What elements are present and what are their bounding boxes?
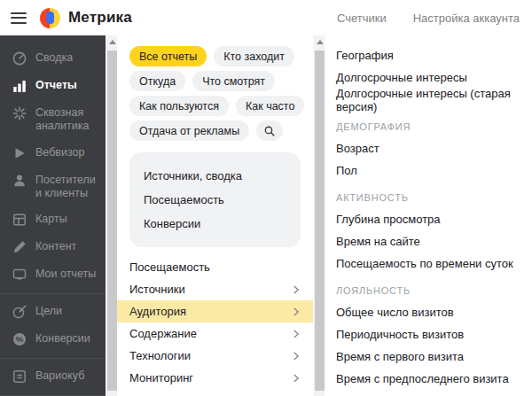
chevron-right-icon: [290, 283, 302, 296]
submenu-link-view-depth[interactable]: Глубина просмотра: [336, 208, 525, 230]
quick-link-traffic[interactable]: Посещаемость: [129, 188, 301, 212]
submenu-link-time-since-first-visit[interactable]: Время с первого визита: [336, 346, 525, 368]
sidebar-scrollbar[interactable]: [106, 35, 117, 396]
submenu-link-total-visits[interactable]: Общее число визитов: [336, 301, 525, 323]
menu-item-attendance[interactable]: Посещаемость: [117, 256, 313, 278]
sidebar: Сводка Отчеты Сквозная аналитика: [0, 35, 106, 396]
submenu-link-long-term-interests[interactable]: Долгосрочные интересы: [336, 66, 525, 89]
sidebar-item-label: Карты: [35, 213, 67, 226]
reports-nav-panel: Все отчеты Кто заходит Откуда Что смотря…: [117, 35, 313, 396]
submenu-link-age[interactable]: Возраст: [336, 137, 525, 159]
submenu-link-time-on-site[interactable]: Время на сайте: [336, 230, 525, 252]
sidebar-item-label: Отчеты: [35, 79, 77, 92]
sidebar-item-label: Сводка: [35, 51, 73, 65]
monitor-icon: [12, 267, 27, 283]
report-menu: Посещаемость Источники Аудитория Содержа…: [117, 256, 313, 396]
svg-text:%: %: [16, 334, 24, 344]
sidebar-item-summary[interactable]: Сводка: [0, 45, 106, 73]
submenu-section-loyalty: ЛОЯЛЬНОСТЬ: [336, 279, 525, 301]
sidebar-item-my-reports[interactable]: Мои отчеты: [0, 261, 106, 289]
layout-icon: [12, 212, 27, 228]
chip-who-visits[interactable]: Кто заходит: [214, 46, 294, 66]
chevron-right-icon: [290, 306, 302, 318]
header-nav: Счетчики Настройка аккаунта: [337, 12, 520, 25]
audience-submenu-panel: География Долгосрочные интересы Долгосро…: [325, 35, 532, 396]
submenu-section-activity: АКТИВНОСТЬ: [336, 186, 525, 208]
sidebar-item-label: Мои отчеты: [35, 268, 96, 281]
bar-chart-icon: [12, 78, 27, 94]
menu-item-audience[interactable]: Аудитория: [117, 300, 313, 322]
quick-links-box: Источники, сводка Посещаемость Конверсии: [129, 152, 301, 247]
person-icon: [12, 173, 27, 189]
sidebar-item-maps[interactable]: Карты: [0, 206, 106, 234]
pencil-icon: [12, 239, 27, 255]
sidebar-item-webvisor[interactable]: Вебвизор: [0, 140, 106, 167]
metrika-logo-icon[interactable]: [40, 8, 60, 28]
sidebar-item-label: Вебвизор: [35, 146, 84, 159]
analytics-burst-icon: [12, 105, 27, 121]
sidebar-item-visitors-clients[interactable]: Посетители и клиенты: [0, 167, 106, 207]
chip-how-often[interactable]: Как часто: [236, 96, 304, 116]
metrika-app: Метрика Счетчики Настройка аккаунта Свод…: [0, 0, 532, 396]
chip-row: Отдача от рекламы: [129, 120, 301, 141]
quick-link-conversions[interactable]: Конверсии: [129, 212, 301, 236]
sidebar-item-cross-analytics[interactable]: Сквозная аналитика: [0, 100, 106, 140]
sidebar-item-content[interactable]: Контент: [0, 234, 106, 261]
chevron-right-icon: [290, 350, 302, 362]
sidebar-item-label: Контент: [35, 240, 76, 253]
sidebar-item-variocube[interactable]: Вариокуб: [0, 363, 106, 391]
menu-item-label: Технологии: [129, 349, 191, 362]
sidebar-group-goals: Цели % Конверсии: [0, 293, 106, 358]
submenu-link-visits-by-time-of-day[interactable]: Посещаемость по времени суток: [336, 252, 525, 275]
submenu-scrollbar[interactable]: [313, 35, 325, 396]
main-area: Сводка Отчеты Сквозная аналитика: [0, 35, 532, 396]
menu-icon[interactable]: [11, 12, 27, 24]
chip-what-they-view[interactable]: Что смотрят: [192, 71, 275, 91]
menu-item-label: Мониторинг: [129, 371, 193, 384]
app-header: Метрика Счетчики Настройка аккаунта: [0, 0, 532, 35]
chevron-right-icon: [290, 328, 302, 340]
play-icon: [12, 145, 27, 161]
sidebar-group-variocube: Вариокуб: [0, 358, 106, 395]
menu-item-sources[interactable]: Источники: [117, 278, 313, 300]
menu-item-label: Аудитория: [129, 305, 186, 318]
sidebar-item-conversions[interactable]: % Конверсии: [0, 326, 106, 353]
app-title: Метрика: [68, 9, 132, 27]
menu-item-technologies[interactable]: Технологии: [117, 345, 313, 367]
scrollbar-thumb[interactable]: [315, 50, 325, 391]
submenu-link-geography[interactable]: География: [336, 44, 525, 66]
menu-item-monitoring[interactable]: Мониторинг: [117, 367, 313, 389]
submenu-link-long-term-interests-old[interactable]: Долгосрочные интересы (старая версия): [336, 89, 525, 111]
menu-item-content[interactable]: Содержание: [117, 322, 313, 345]
submenu-link-gender[interactable]: Пол: [336, 159, 525, 182]
nav-counters-link[interactable]: Счетчики: [337, 12, 387, 25]
speedometer-icon: [12, 50, 27, 66]
sidebar-item-label: Цели: [35, 305, 62, 318]
sidebar-item-reports[interactable]: Отчеты: [0, 73, 106, 100]
menu-item-label: Содержание: [129, 327, 197, 340]
search-chip[interactable]: [256, 120, 283, 141]
chevron-right-icon: [290, 372, 302, 384]
chip-row: Как пользуются Как часто: [129, 96, 301, 116]
sidebar-item-label: Посетители и клиенты: [35, 174, 100, 201]
submenu-section-demography: ДЕМОГРАФИЯ: [336, 115, 525, 137]
submenu-link-time-since-penultimate-visit[interactable]: Время с предпоследнего визита: [336, 368, 525, 390]
sidebar-item-label: Сквозная аналитика: [35, 106, 100, 134]
chip-row: Откуда Что смотрят: [129, 71, 301, 91]
chip-all-reports[interactable]: Все отчеты: [129, 46, 207, 66]
chip-from-where[interactable]: Откуда: [129, 71, 185, 91]
percent-icon: %: [12, 331, 27, 347]
goal-icon: [12, 304, 27, 320]
chip-how-they-use[interactable]: Как пользуются: [129, 96, 229, 116]
chip-ad-return[interactable]: Отдача от рекламы: [129, 120, 249, 141]
menu-item-label: Источники: [129, 283, 185, 296]
scrollbar-thumb[interactable]: [107, 50, 117, 391]
nav-account-settings-link[interactable]: Настройка аккаунта: [413, 12, 520, 25]
scroll-up-icon[interactable]: [314, 35, 325, 49]
quick-link-sources-summary[interactable]: Источники, сводка: [129, 164, 301, 188]
sidebar-item-goals[interactable]: Цели: [0, 299, 106, 326]
search-icon: [263, 125, 276, 137]
sidebar-group-main: Сводка Отчеты Сквозная аналитика: [0, 41, 106, 293]
menu-item-ecommerce[interactable]: Электронная коммерция: [117, 389, 313, 396]
submenu-link-visit-frequency[interactable]: Периодичность визитов: [336, 323, 525, 346]
